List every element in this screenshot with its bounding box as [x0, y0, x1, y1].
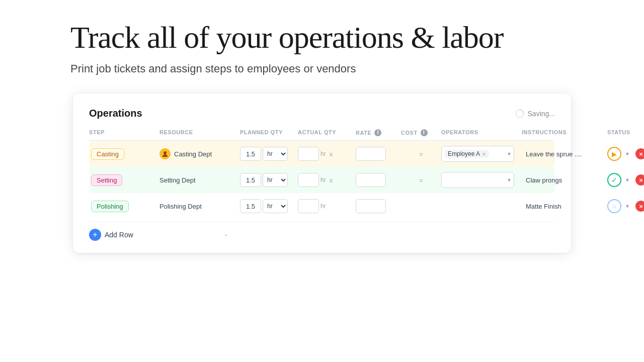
equals-casting: =	[401, 150, 441, 158]
card-header: Operations Saving...	[89, 108, 555, 119]
remove-row-polishing[interactable]: ×	[635, 201, 644, 212]
multiply-casting: x	[328, 150, 335, 158]
actual-unit-setting: hr	[320, 176, 326, 184]
status-cell-setting: ✓ ▾ ×	[607, 173, 644, 187]
th-operators: OPERATORS	[441, 129, 522, 136]
rate-info-icon[interactable]: i	[374, 129, 381, 136]
add-row-icon: +	[89, 229, 101, 241]
step-badge-casting: Casting	[91, 148, 124, 160]
add-row-label: Add Row	[105, 231, 133, 239]
actual-qty-input-polishing[interactable]	[298, 199, 319, 213]
remove-row-setting[interactable]: ×	[635, 174, 644, 186]
table-header: STEP RESOURCE PLANNED QTY ACTUAL QTY RAT…	[89, 129, 555, 141]
instructions-polishing: Matte Finish	[522, 203, 607, 210]
instructions-casting: Leave the sprue ....	[522, 150, 607, 158]
status-chevron-setting[interactable]: ▾	[622, 173, 632, 187]
actual-unit-polishing: hr	[320, 203, 326, 210]
rate-input-setting[interactable]	[356, 173, 386, 187]
actual-qty-casting: hr x	[298, 147, 356, 161]
equals-setting: =	[401, 176, 441, 184]
multiply-setting: x	[328, 176, 335, 184]
operations-card: Operations Saving... STEP RESOURCE PLANN…	[73, 94, 571, 253]
cost-info-icon[interactable]: i	[421, 129, 428, 136]
card-title: Operations	[89, 108, 142, 119]
th-planned-qty: PLANNED QTY	[240, 129, 298, 136]
operator-tag-close-casting[interactable]: ×	[482, 151, 486, 157]
status-chevron-polishing[interactable]: ▾	[622, 199, 632, 213]
planned-qty-casting: hr min	[240, 147, 298, 161]
th-actual-qty: ACTUAL QTY	[298, 129, 356, 136]
status-play-btn-casting[interactable]: ▶	[607, 147, 621, 161]
step-badge-setting: Setting	[91, 174, 122, 186]
operators-cell-setting[interactable]: ▾	[441, 172, 522, 188]
resource-name-polishing: Polishing Dept	[159, 203, 202, 210]
resource-cell-setting: Setting Dept	[159, 176, 240, 184]
rate-input-polishing[interactable]	[356, 199, 386, 213]
table-row: Polishing Polishing Dept hr min hr	[89, 193, 555, 219]
operator-tag-container-casting[interactable]: Employee A × ▾	[441, 146, 514, 162]
th-step: STEP	[89, 129, 159, 136]
operator-tag-casting: Employee A ×	[445, 150, 489, 158]
subheadline: Print job tickets and assign steps to em…	[70, 62, 574, 75]
planned-qty-input-setting[interactable]	[240, 173, 261, 187]
planned-qty-input-polishing[interactable]	[240, 199, 261, 213]
resource-name-setting: Setting Dept	[159, 176, 196, 184]
saving-indicator: Saving...	[515, 109, 555, 118]
rate-cell-casting	[356, 147, 401, 161]
operator-name-casting: Employee A	[448, 150, 480, 157]
table-row: Casting Casting Dept hr min	[89, 141, 555, 167]
add-row-button[interactable]: + Add Row	[89, 229, 133, 241]
planned-qty-input-casting[interactable]	[240, 147, 261, 161]
th-instructions: INSTRUCTIONS	[522, 129, 607, 136]
actual-qty-setting: hr x	[298, 173, 356, 187]
th-resource: RESOURCE	[159, 129, 240, 136]
operator-tag-container-setting[interactable]: ▾	[441, 172, 514, 188]
resource-cell-polishing: Polishing Dept	[159, 203, 240, 210]
saving-label: Saving...	[528, 110, 555, 118]
status-empty-btn-polishing[interactable]: ○	[607, 199, 621, 213]
step-cell-polishing: Polishing	[89, 201, 159, 212]
page-container: Track all of your operations & labor Pri…	[0, 0, 644, 273]
step-badge-polishing: Polishing	[91, 201, 129, 212]
th-cost: COST i	[401, 129, 441, 136]
th-status: STATUS	[607, 129, 644, 136]
operators-dropdown-arrow-setting[interactable]: ▾	[508, 176, 511, 184]
svg-point-1	[164, 151, 167, 154]
actual-qty-polishing: hr	[298, 199, 356, 213]
instructions-setting: Claw prongs	[522, 176, 607, 184]
status-chevron-casting[interactable]: ▾	[622, 147, 632, 161]
step-cell-setting: Setting	[89, 174, 159, 186]
resource-cell-casting: Casting Dept	[159, 148, 240, 159]
actual-qty-input-casting[interactable]	[298, 147, 319, 161]
planned-qty-setting: hr min	[240, 173, 298, 187]
operators-dropdown-arrow-casting[interactable]: ▾	[508, 150, 511, 157]
step-cell-casting: Casting	[89, 148, 159, 160]
planned-unit-select-casting[interactable]: hr min	[263, 147, 288, 161]
planned-unit-select-setting[interactable]: hr min	[263, 173, 288, 187]
remove-row-casting[interactable]: ×	[635, 148, 644, 159]
rate-cell-polishing	[356, 199, 401, 213]
resource-icon-casting	[159, 148, 171, 159]
rate-input-casting[interactable]	[356, 147, 386, 161]
status-check-btn-setting[interactable]: ✓	[607, 173, 621, 187]
status-cell-casting: ▶ ▾ ×	[607, 147, 644, 161]
headline: Track all of your operations & labor	[70, 20, 574, 54]
resource-name-casting: Casting Dept	[174, 150, 212, 158]
table-row: Setting Setting Dept hr min hr x	[89, 167, 555, 193]
rate-cell-setting	[356, 173, 401, 187]
planned-qty-polishing: hr min	[240, 199, 298, 213]
status-cell-polishing: ○ ▾ ×	[607, 199, 644, 213]
add-row-container: + Add Row -	[89, 221, 555, 241]
dash-text: -	[225, 231, 227, 239]
operations-table: STEP RESOURCE PLANNED QTY ACTUAL QTY RAT…	[89, 129, 555, 241]
th-rate: RATE i	[356, 129, 401, 136]
svg-point-0	[516, 110, 523, 117]
actual-unit-casting: hr	[320, 150, 326, 157]
operators-cell-casting[interactable]: Employee A × ▾	[441, 146, 522, 162]
planned-unit-select-polishing[interactable]: hr min	[263, 199, 288, 213]
saving-spin-icon	[515, 109, 524, 118]
actual-qty-input-setting[interactable]	[298, 173, 319, 187]
